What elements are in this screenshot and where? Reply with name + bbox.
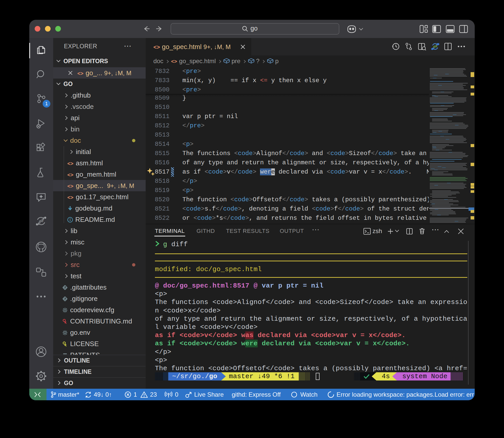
svg-text:diff: diff — [39, 220, 44, 223]
svg-text:diff: diff — [433, 45, 437, 48]
